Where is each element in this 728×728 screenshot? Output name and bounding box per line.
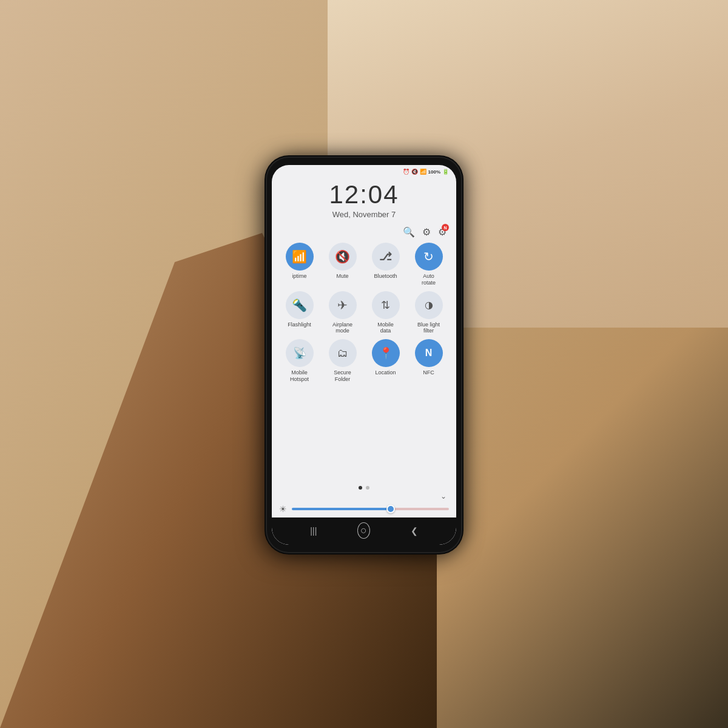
brightness-thumb[interactable]: [386, 505, 395, 513]
flashlight-label: Flashlight: [288, 322, 311, 328]
quick-settings-row-1: 📶 iptime 🔇 Mute ⎇ Bluetooth: [278, 243, 450, 286]
airplane-icon: ✈: [337, 298, 348, 312]
airplane-label: Airplanemode: [332, 322, 352, 335]
back-icon[interactable]: ❮: [411, 526, 418, 536]
location-label: Location: [375, 369, 396, 376]
phone-screen: ⏰ 🔇 📶 100% 🔋 12:04 Wed, November 7 🔍 ⚙ ⚙…: [272, 165, 456, 545]
brightness-icon: ☀: [279, 504, 287, 514]
mute-label: Mute: [336, 273, 348, 280]
settings-icon[interactable]: ⚙: [422, 226, 431, 238]
status-icons: ⏰ 🔇 📶 100% 🔋: [403, 169, 449, 175]
brightness-slider[interactable]: [292, 508, 449, 510]
bluetooth-icon: ⎇: [379, 250, 392, 263]
qs-nfc[interactable]: N NFC: [410, 339, 448, 383]
location-icon: 📍: [379, 346, 393, 360]
navigation-bar: ||| ○ ❮: [272, 517, 456, 545]
quick-settings-row-3: 📡 MobileHotspot 🗂 SecureFolder 📍 Locatio…: [278, 339, 450, 383]
qs-hotspot[interactable]: 📡 MobileHotspot: [280, 339, 319, 383]
bluelight-icon-circle[interactable]: ◑: [415, 291, 443, 319]
airplane-icon-circle[interactable]: ✈: [329, 291, 357, 319]
securefolder-icon-circle[interactable]: 🗂: [329, 339, 357, 367]
notification-badge[interactable]: ⚙ N: [438, 226, 447, 238]
qs-bluetooth[interactable]: ⎇ Bluetooth: [366, 243, 405, 286]
nfc-icon: N: [425, 348, 433, 359]
bluelight-label: Blue lightfilter: [417, 322, 440, 335]
mute-icon-circle[interactable]: 🔇: [329, 243, 357, 271]
mute-icon: 🔇: [335, 249, 350, 264]
flashlight-icon-circle[interactable]: 🔦: [286, 291, 314, 319]
page-dots: [272, 482, 456, 492]
nfc-label: NFC: [423, 369, 434, 376]
volume-mute-icon: 🔇: [411, 169, 418, 175]
hotspot-icon-circle[interactable]: 📡: [286, 339, 314, 367]
qs-airplane[interactable]: ✈ Airplanemode: [323, 291, 362, 335]
qs-mobiledata[interactable]: ⇅ Mobiledata: [366, 291, 405, 335]
qs-bluelight[interactable]: ◑ Blue lightfilter: [410, 291, 448, 335]
autorotate-icon: ↻: [423, 249, 434, 264]
flashlight-icon: 🔦: [292, 298, 307, 312]
recents-icon[interactable]: |||: [310, 526, 317, 536]
nfc-icon-circle[interactable]: N: [415, 339, 443, 367]
autorotate-icon-circle[interactable]: ↻: [415, 243, 443, 271]
search-icon[interactable]: 🔍: [403, 226, 415, 238]
clock-date: Wed, November 7: [332, 210, 396, 219]
clock-time: 12:04: [329, 182, 399, 207]
badge-dot: N: [442, 224, 449, 231]
quick-settings-row-2: 🔦 Flashlight ✈ Airplanemode ⇅ Mobiledata: [278, 291, 450, 335]
clock-area: 12:04 Wed, November 7: [272, 176, 456, 224]
home-icon[interactable]: ○: [357, 522, 370, 539]
mobiledata-icon: ⇅: [381, 298, 390, 312]
autorotate-label: Autorotate: [422, 273, 436, 286]
location-icon-circle[interactable]: 📍: [372, 339, 400, 367]
wifi-label: iptime: [292, 273, 306, 280]
top-actions: 🔍 ⚙ ⚙ N: [272, 224, 456, 240]
mobiledata-label: Mobiledata: [377, 322, 394, 335]
securefolder-icon: 🗂: [337, 347, 348, 360]
qs-securefolder[interactable]: 🗂 SecureFolder: [323, 339, 362, 383]
battery-icon: 🔋: [442, 169, 449, 175]
status-bar: ⏰ 🔇 📶 100% 🔋: [272, 165, 456, 176]
quick-settings-panel: 📶 iptime 🔇 Mute ⎇ Bluetooth: [272, 240, 456, 482]
hotspot-label: MobileHotspot: [290, 369, 309, 383]
qs-autorotate[interactable]: ↻ Autorotate: [410, 243, 448, 286]
page-dot-2[interactable]: [366, 486, 369, 490]
wifi-icon: 📶: [292, 249, 307, 264]
expand-icon[interactable]: ⌄: [440, 492, 447, 500]
qs-mute[interactable]: 🔇 Mute: [323, 243, 362, 286]
signal-icon: 📶: [420, 169, 426, 175]
hotspot-icon: 📡: [293, 346, 306, 360]
brightness-row: ☀: [272, 502, 456, 517]
page-dot-1[interactable]: [359, 486, 362, 490]
bluelight-icon: ◑: [425, 299, 433, 311]
bluetooth-icon-circle[interactable]: ⎇: [372, 243, 400, 271]
phone-device: ⏰ 🔇 📶 100% 🔋 12:04 Wed, November 7 🔍 ⚙ ⚙…: [267, 158, 461, 552]
qs-wifi[interactable]: 📶 iptime: [280, 243, 319, 286]
bluetooth-label: Bluetooth: [374, 273, 397, 280]
expand-row: ⌄: [272, 492, 456, 502]
battery-percentage: 100%: [428, 169, 440, 175]
securefolder-label: SecureFolder: [334, 369, 351, 383]
wifi-icon-circle[interactable]: 📶: [286, 243, 314, 271]
mobiledata-icon-circle[interactable]: ⇅: [372, 291, 400, 319]
alarm-icon: ⏰: [403, 169, 410, 175]
qs-location[interactable]: 📍 Location: [366, 339, 405, 383]
qs-flashlight[interactable]: 🔦 Flashlight: [280, 291, 319, 335]
